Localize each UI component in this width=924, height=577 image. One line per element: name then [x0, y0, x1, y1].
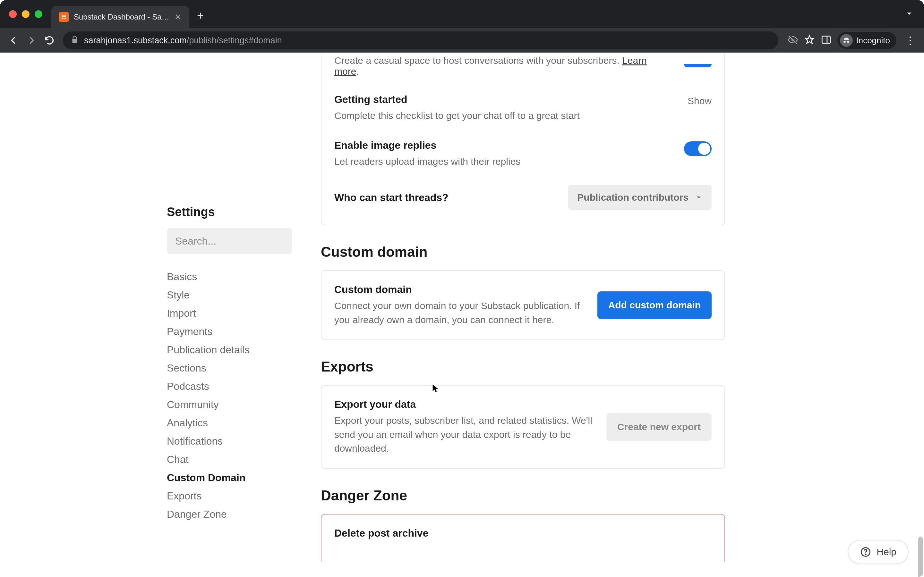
custom-domain-title: Custom domain	[334, 284, 585, 295]
nav-custom-domain[interactable]: Custom Domain	[167, 469, 298, 487]
help-icon	[860, 546, 871, 558]
window-controls	[9, 10, 42, 18]
sidebar-heading: Settings	[167, 205, 298, 219]
tab-close-icon[interactable]: ✕	[174, 13, 182, 21]
custom-domain-heading: Custom domain	[321, 244, 725, 260]
url-text: sarahjonas1.substack.com/publish/setting…	[84, 35, 282, 45]
svg-rect-2	[822, 36, 830, 44]
custom-domain-desc: Connect your own domain to your Substack…	[334, 299, 585, 327]
page-content: Settings Basics Style Import Payments Pu…	[0, 53, 924, 577]
address-bar: sarahjonas1.substack.com/publish/setting…	[0, 28, 924, 53]
window-minimize-button[interactable]	[22, 10, 29, 18]
settings-main: Create a casual space to host conversati…	[321, 53, 725, 562]
image-replies-toggle[interactable]	[684, 141, 712, 156]
incognito-label: Incognito	[856, 35, 890, 45]
nav-basics[interactable]: Basics	[167, 268, 298, 286]
svg-rect-0	[61, 15, 66, 15]
help-label: Help	[877, 546, 897, 558]
nav-publication-details[interactable]: Publication details	[167, 341, 298, 359]
custom-domain-card: Custom domain Connect your own domain to…	[321, 270, 725, 340]
exports-heading: Exports	[321, 359, 725, 375]
nav-community[interactable]: Community	[167, 396, 298, 414]
getting-started-title: Getting started	[334, 93, 675, 105]
mouse-cursor-icon	[432, 384, 440, 393]
nav-notifications[interactable]: Notifications	[167, 432, 298, 450]
getting-started-desc: Complete this checklist to get your chat…	[334, 109, 675, 123]
browser-tab[interactable]: Substack Dashboard - Sarah's ✕	[51, 6, 189, 28]
add-custom-domain-button[interactable]: Add custom domain	[598, 292, 712, 319]
chat-enable-toggle-partial[interactable]	[684, 64, 712, 67]
nav-payments[interactable]: Payments	[167, 322, 298, 341]
nav-sections[interactable]: Sections	[167, 359, 298, 377]
nav-forward-button[interactable]	[24, 33, 39, 48]
image-replies-title: Enable image replies	[334, 139, 671, 151]
image-replies-desc: Let readers upload images with their rep…	[334, 155, 671, 169]
nav-analytics[interactable]: Analytics	[167, 414, 298, 432]
threads-select-value: Publication contributors	[577, 192, 688, 203]
nav-podcasts[interactable]: Podcasts	[167, 377, 298, 396]
window-close-button[interactable]	[9, 10, 17, 18]
browser-window: Substack Dashboard - Sarah's ✕ + sarahjo…	[0, 0, 924, 577]
help-button[interactable]: Help	[848, 540, 909, 564]
nav-back-button[interactable]	[6, 33, 21, 48]
window-maximize-button[interactable]	[35, 10, 42, 18]
settings-sidebar: Settings Basics Style Import Payments Pu…	[167, 205, 298, 524]
lock-icon	[71, 35, 79, 45]
settings-nav-list: Basics Style Import Payments Publication…	[167, 268, 298, 524]
incognito-icon	[840, 34, 853, 47]
delete-archive-title: Delete post archive	[334, 527, 712, 539]
chat-intro-desc: Create a casual space to host conversati…	[334, 55, 647, 77]
url-path: /publish/settings#domain	[187, 35, 282, 45]
svg-rect-1	[61, 16, 66, 17]
settings-search-input[interactable]	[167, 228, 292, 254]
danger-zone-heading: Danger Zone	[321, 488, 725, 504]
new-tab-button[interactable]: +	[197, 9, 204, 23]
exports-card: Export your data Export your posts, subs…	[321, 385, 725, 469]
browser-menu-icon[interactable]: ⋮	[902, 34, 918, 47]
threads-select[interactable]: Publication contributors	[568, 185, 712, 210]
tab-title: Substack Dashboard - Sarah's	[74, 13, 170, 21]
nav-exports[interactable]: Exports	[167, 487, 298, 505]
export-desc: Export your posts, subscriber list, and …	[334, 414, 594, 456]
danger-zone-card: Delete post archive	[321, 514, 725, 562]
chevron-down-icon	[695, 193, 703, 201]
nav-style[interactable]: Style	[167, 286, 298, 304]
nav-import[interactable]: Import	[167, 304, 298, 322]
url-omnibox[interactable]: sarahjonas1.substack.com/publish/setting…	[63, 31, 779, 49]
incognito-badge[interactable]: Incognito	[837, 32, 897, 49]
create-export-button[interactable]: Create new export	[606, 413, 712, 441]
nav-chat[interactable]: Chat	[167, 450, 298, 469]
nav-reload-button[interactable]	[42, 33, 57, 48]
getting-started-show-link[interactable]: Show	[688, 95, 712, 106]
url-host: sarahjonas1.substack.com	[84, 35, 187, 45]
panel-icon[interactable]	[821, 34, 832, 47]
substack-favicon-icon	[59, 12, 69, 22]
scrollbar-thumb[interactable]	[918, 537, 923, 577]
chat-card: Create a casual space to host conversati…	[321, 53, 725, 226]
nav-danger-zone[interactable]: Danger Zone	[167, 505, 298, 524]
expand-tabs-icon[interactable]	[904, 8, 914, 20]
svg-point-5	[865, 554, 866, 554]
eye-off-icon[interactable]	[787, 34, 798, 47]
star-icon[interactable]	[804, 34, 815, 47]
titlebar: Substack Dashboard - Sarah's ✕ +	[0, 0, 924, 28]
threads-title: Who can start threads?	[334, 192, 556, 203]
export-title: Export your data	[334, 398, 594, 410]
